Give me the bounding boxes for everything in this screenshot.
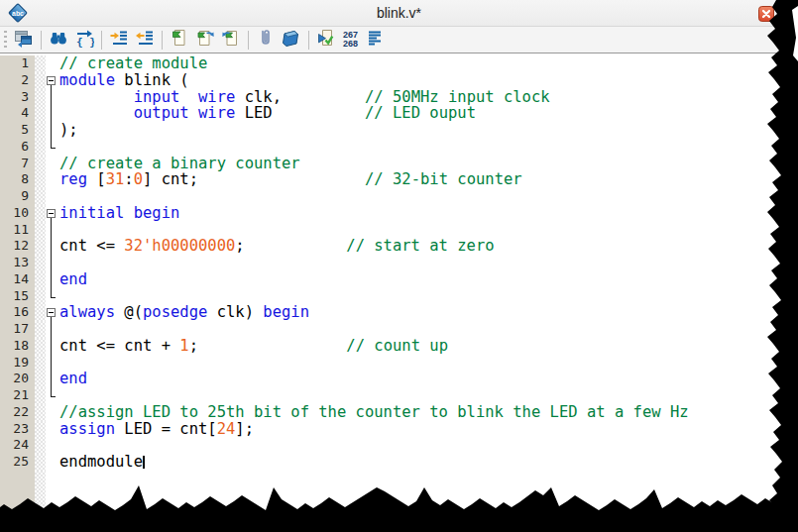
bookmark-prev-icon [221, 28, 241, 52]
code-text[interactable]: // create a binary counter [58, 156, 798, 172]
code-line: 22//assign LED to 25th bit of the counte… [0, 404, 798, 421]
code-text[interactable]: input wire clk, // 50MHz input clock [58, 89, 798, 106]
bookmark-margin[interactable] [35, 271, 46, 288]
bookmark-margin[interactable] [35, 222, 46, 239]
code-line: 11 [0, 222, 798, 239]
bookmark-margin[interactable] [35, 255, 46, 271]
code-text[interactable]: output wire LED // LED ouput [58, 105, 798, 122]
text-lines-icon [365, 28, 385, 52]
bookmark-margin[interactable] [35, 338, 46, 355]
line-number: 23 [0, 421, 35, 438]
toggle-bookmark-button[interactable] [167, 28, 192, 52]
code-text[interactable]: //assign LED to 25th bit of the counter … [58, 404, 798, 421]
bookmark-margin[interactable] [35, 89, 46, 106]
code-text[interactable]: end [58, 371, 798, 387]
code-text[interactable] [58, 437, 798, 454]
fold-margin [46, 55, 58, 72]
bookmark-margin[interactable] [35, 288, 46, 305]
window-title: blink.v* [0, 0, 798, 26]
code-line: 8reg [31:0] cnt; // 32-bit counter [0, 171, 798, 188]
code-text[interactable]: cnt <= cnt + 1; // count up [58, 338, 798, 355]
code-line: 21 [0, 387, 798, 404]
switch-view-button[interactable] [11, 28, 37, 52]
code-text[interactable] [58, 355, 798, 372]
filler-cell [35, 471, 46, 532]
line-number: 5 [0, 122, 35, 139]
prev-bookmark-button[interactable] [218, 28, 244, 52]
unindent-button[interactable] [132, 28, 158, 52]
code-text[interactable]: end [58, 271, 798, 288]
fold-toggle[interactable] [46, 304, 58, 321]
bookmark-margin[interactable] [35, 55, 46, 72]
next-bookmark-button[interactable] [192, 28, 218, 52]
bookmark-margin[interactable] [35, 321, 46, 338]
indent-button[interactable] [106, 28, 132, 52]
bookmark-margin[interactable] [35, 404, 46, 421]
bookmark-margin[interactable] [35, 355, 46, 372]
code-line: 20end [0, 371, 798, 387]
code-text[interactable]: cnt <= 32'h00000000; // start at zero [58, 238, 798, 255]
bookmark-margin[interactable] [35, 171, 46, 188]
bookmark-margin[interactable] [35, 421, 46, 438]
code-text[interactable]: always @(posedge clk) begin [58, 304, 798, 321]
bookmark-margin[interactable] [35, 72, 46, 89]
code-text[interactable] [58, 321, 798, 338]
code-text[interactable] [58, 139, 798, 156]
close-button[interactable] [758, 6, 774, 22]
code-text[interactable]: endmodule [58, 454, 798, 471]
goto-matching-brace-button[interactable]: { } [71, 28, 97, 52]
bookmark-margin[interactable] [35, 454, 46, 471]
bookmark-margin[interactable] [35, 371, 46, 387]
fold-margin [46, 437, 58, 454]
fold-toggle[interactable] [46, 72, 58, 89]
code-text[interactable] [58, 222, 798, 239]
attach-button[interactable] [253, 28, 279, 52]
fold-margin [46, 171, 58, 188]
code-text[interactable] [58, 188, 798, 205]
code-text[interactable]: initial begin [58, 205, 798, 222]
bookmark-margin[interactable] [35, 156, 46, 172]
fold-minus-icon[interactable] [47, 209, 56, 218]
fold-toggle[interactable] [46, 205, 58, 222]
bookmark-margin[interactable] [35, 387, 46, 404]
code-token: ]; [235, 420, 254, 438]
bookmark-margin[interactable] [35, 188, 46, 205]
code-text[interactable] [58, 288, 798, 305]
line-number: 1 [0, 55, 35, 72]
line-operations-button[interactable] [362, 28, 388, 52]
snippet-button[interactable] [279, 28, 304, 52]
code-line: 19 [0, 355, 798, 372]
bookmark-margin[interactable] [35, 238, 46, 255]
syntax-check-button[interactable] [313, 28, 339, 52]
bookmark-margin[interactable] [35, 205, 46, 222]
code-text[interactable]: module blink ( [58, 72, 798, 89]
code-text[interactable]: // create module [58, 55, 798, 72]
code-line: 9 [0, 188, 798, 205]
code-token: output [134, 104, 189, 122]
code-token: 31 [106, 170, 125, 188]
fold-margin [46, 288, 58, 305]
code-text[interactable] [58, 387, 798, 404]
bookmark-margin[interactable] [35, 105, 46, 122]
code-line: 14end [0, 271, 798, 288]
line-number: 6 [0, 139, 35, 156]
bookmark-doc-icon [170, 28, 189, 52]
line-number: 20 [0, 371, 35, 387]
code-text[interactable]: assign LED = cnt[24]; [58, 421, 798, 438]
fold-minus-icon[interactable] [47, 308, 56, 317]
line-number: 15 [0, 288, 35, 305]
paperclip-icon [256, 28, 276, 52]
editor-filler [0, 471, 798, 532]
bookmark-margin[interactable] [35, 304, 46, 321]
code-text[interactable] [58, 255, 798, 271]
code-token: 24 [217, 420, 236, 438]
code-text[interactable]: ); [58, 122, 798, 139]
bookmark-margin[interactable] [35, 122, 46, 139]
bookmark-margin[interactable] [35, 437, 46, 454]
bookmark-margin[interactable] [35, 139, 46, 156]
find-button[interactable] [46, 28, 71, 52]
fold-minus-icon[interactable] [47, 76, 56, 85]
code-text[interactable]: reg [31:0] cnt; // 32-bit counter [58, 171, 798, 188]
code-line: 7// create a binary counter [0, 156, 798, 172]
toolbar-grip[interactable] [4, 31, 7, 49]
